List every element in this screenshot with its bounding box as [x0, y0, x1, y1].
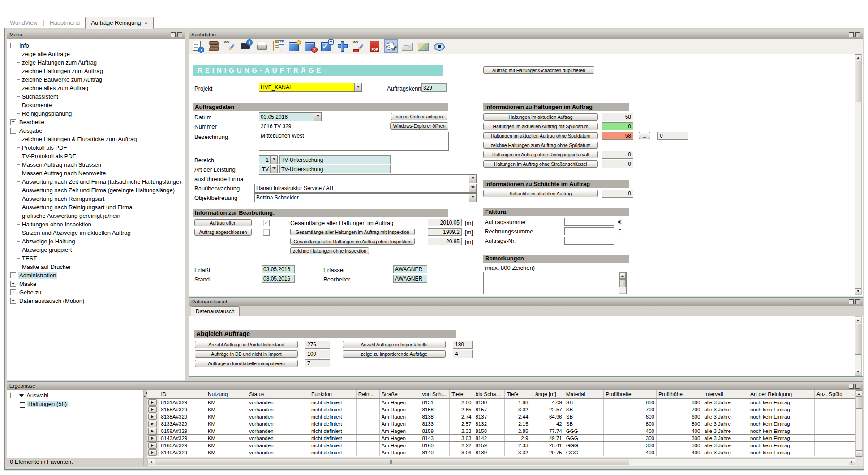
- tab-datenaustausch[interactable]: Datenaustausch: [191, 306, 240, 316]
- aufträge-in-db-und-nicht-in-import-button[interactable]: Aufträge in DB und nicht in Import: [195, 350, 298, 358]
- info-document-icon[interactable]: i: [191, 40, 204, 52]
- ohne-inspektion-button[interactable]: Gesamtlänge aller Haltungen im Auftrag o…: [290, 238, 415, 245]
- auftrag-offen-button[interactable]: Auftrag offen: [194, 219, 252, 226]
- chevron-down-icon[interactable]: [314, 113, 321, 121]
- menu-item-ausgabe[interactable]: −Ausgabe: [7, 126, 185, 135]
- table-row[interactable]: 8140A#329KMvorhandennicht definiertAm Ha…: [147, 449, 855, 456]
- column-header-funktion[interactable]: Funktion: [309, 390, 356, 399]
- menu-item-zeige-alle-aufträge[interactable]: zeige alle Aufträge: [7, 50, 185, 58]
- row-expand-button[interactable]: [148, 406, 157, 413]
- panel-pin-icon[interactable]: [855, 32, 860, 37]
- sachdaten-scrollbar[interactable]: [855, 54, 862, 295]
- firma-select[interactable]: [259, 174, 477, 183]
- more-options-button[interactable]: ...: [639, 132, 650, 139]
- open-explorer-button[interactable]: Windows-Explorer öffnen: [390, 122, 448, 130]
- haltungen-im-aktuellen-auftrag-ohne-spüldatum-button[interactable]: Haltungen im aktuellen Auftrag ohne Spül…: [483, 132, 598, 139]
- chevron-down-icon[interactable]: [469, 175, 476, 183]
- duplicate-order-button[interactable]: Auftrag mit Haltungen/Schächten duplizie…: [483, 66, 594, 74]
- results-hscrollbar[interactable]: [147, 458, 855, 466]
- scroll-right-icon[interactable]: [849, 459, 855, 465]
- menu-item-auswertung-nach-zeit-und-firma-gereingte-haltungslänge[interactable]: Auswertung nach Zeit und Firma (gereingt…: [7, 186, 185, 194]
- projekt-select[interactable]: HVE_KANAL: [259, 83, 362, 92]
- tree-expander-icon[interactable]: +: [10, 289, 16, 295]
- bemerkungen-textarea[interactable]: [483, 272, 627, 294]
- rechnungssumme-input[interactable]: [564, 227, 614, 235]
- menu-item-datenaustausch-motion[interactable]: +Datenaustausch (Motion): [7, 297, 185, 305]
- column-header-bis-scha[interactable]: bis Scha...: [473, 390, 505, 399]
- column-header-id[interactable]: ID: [159, 390, 206, 399]
- scrollbar-thumb[interactable]: [856, 397, 862, 409]
- auftrag-abgeschlossen-button[interactable]: Auftrag abgeschlossen: [194, 229, 252, 236]
- menu-item-protokoll-als-pdf[interactable]: Protokoll als PDF: [7, 143, 185, 152]
- menu-item-abzweige-gruppiert[interactable]: Abzweige gruppiert: [7, 246, 185, 254]
- anzahl-aufträge-in-importtabelle-button[interactable]: Anzahl Aufträge in Importtabelle: [343, 341, 446, 348]
- datenaustausch-panel-titlebar[interactable]: Datenaustausch: [189, 298, 863, 306]
- column-header-profilhöhe[interactable]: Profilhöhe: [657, 390, 702, 399]
- auftrag-abgeschlossen-checkbox[interactable]: [263, 229, 270, 236]
- tree-expander-icon[interactable]: +: [10, 298, 16, 304]
- tab-worldview[interactable]: WorldView: [4, 17, 43, 28]
- row-expand-button[interactable]: [148, 449, 157, 456]
- haltungen-im-aktuellen-auftrag-button[interactable]: Haltungen im aktuellen Auftrag: [483, 113, 598, 121]
- menu-item-auswertung-nach-reinigungsart-und-firma[interactable]: Auswertung nach Reinigungsart und Firma: [7, 203, 185, 212]
- bemerkungen-scrollbar[interactable]: [619, 272, 626, 294]
- window-delete-icon[interactable]: ×: [304, 40, 317, 52]
- column-header-anz-spülg[interactable]: Anz. Spülg: [814, 390, 855, 399]
- column-header-material[interactable]: Material: [564, 390, 603, 399]
- results-vscrollbar[interactable]: [855, 390, 863, 457]
- menu-item-zeichne-haltungen-zum-auftrag[interactable]: zeichne Haltungen zum Auftrag: [7, 67, 185, 75]
- scroll-down-icon[interactable]: [855, 288, 861, 294]
- column-header-art-der-reinigung[interactable]: Art der Reinigung: [748, 390, 814, 399]
- auftragsnr-input[interactable]: [564, 237, 614, 245]
- menu-item-haltungen-ohne-inspektion[interactable]: Haltungen ohne Inspektion: [7, 220, 185, 229]
- new-folder-button[interactable]: neuen Ordner anlegen: [391, 113, 447, 120]
- pdf-export-icon[interactable]: PDF: [369, 40, 381, 52]
- row-expand-button[interactable]: [148, 414, 157, 420]
- menu-item-maske[interactable]: +Maske: [7, 280, 185, 288]
- haltungen-im-aktuellen-auftrag-mit-spüldatum-button[interactable]: Haltungen im aktuellen Auftrag mit Spüld…: [483, 123, 598, 130]
- menu-item-zeige-haltungen-zum-auftrag[interactable]: zeige Haltungen zum Auftrag: [7, 58, 185, 67]
- column-header-tiefe[interactable]: Tiefe: [505, 390, 530, 399]
- zeichne-haltungen-zum-auftrag-ohne-spüdatum-button[interactable]: zeichne Haltungen zum Auftrag ohne Spüda…: [483, 142, 598, 149]
- menu-item-tv-protokoll-als-pdf[interactable]: TV-Protokoll als PDF: [7, 152, 185, 160]
- chevron-down-icon[interactable]: [270, 156, 277, 164]
- wv-edit-remove-icon[interactable]: wv: [352, 40, 365, 52]
- menu-item-zeichne-alles-zum-auftrag[interactable]: zeichne alles zum Auftrag: [7, 84, 185, 92]
- table-row[interactable]: 8131A#329KMvorhandennicht definiertAm Ha…: [147, 399, 855, 406]
- bereich-select[interactable]: 1: [259, 155, 278, 164]
- menu-item-reinigungsplanung[interactable]: Reinigungsplanung: [7, 109, 185, 118]
- datenaustausch-scrollbar[interactable]: [855, 316, 862, 376]
- panel-pin-icon[interactable]: [855, 299, 860, 304]
- menu-item-bearbeite[interactable]: +Bearbeite: [7, 118, 185, 126]
- schaechte-button[interactable]: Schächte im akutellen Auftrag: [483, 190, 598, 197]
- scroll-up-icon[interactable]: [855, 54, 861, 60]
- row-expand-button[interactable]: [148, 442, 157, 449]
- scrollbar-thumb[interactable]: [855, 324, 861, 355]
- column-header-reini[interactable]: Reini...: [356, 390, 379, 399]
- menu-item-test[interactable]: TEST: [7, 254, 185, 263]
- tree-table-splitter[interactable]: [143, 390, 147, 466]
- postcard-icon[interactable]: [401, 40, 413, 52]
- tab-close-icon[interactable]: ×: [145, 19, 148, 26]
- add-icon[interactable]: [336, 40, 349, 52]
- column-header-tiefe[interactable]: Tiefe: [450, 390, 473, 399]
- zeichne-ohne-inspektion-button[interactable]: zeichne Haltungen ohne Inspektion: [290, 247, 369, 254]
- panel-pin-icon[interactable]: [855, 384, 860, 389]
- table-row[interactable]: 8138A#329KMvorhandennicht definiertAm Ha…: [147, 413, 855, 420]
- menu-item-gehe-zu[interactable]: +Gehe zu: [7, 288, 185, 297]
- bauueberwachung-select[interactable]: Hanau Infrastruktur Service / AH: [254, 184, 477, 193]
- datum-select[interactable]: 03.05.2016: [259, 112, 322, 121]
- menu-item-auswertung-nach-zeit-und-firma-tatsächliche-haltungslänge[interactable]: Auswertung nach Zeit und Firma (tatsächl…: [7, 177, 185, 186]
- tree-expander-icon[interactable]: −: [10, 128, 16, 134]
- column-header-länge-m[interactable]: Länge [m]: [530, 390, 564, 399]
- scroll-up-icon[interactable]: [855, 317, 861, 323]
- zeige-zu-importierende-aufträge-button[interactable]: zeige zu importierende Aufträge: [343, 350, 446, 358]
- tree-item-haltungen[interactable]: Haltungen (58): [7, 400, 143, 408]
- menu-item-auswertung-nach-reinigungsart[interactable]: Auswertung nach Reinigungsart: [7, 194, 185, 203]
- panel-pin-icon[interactable]: [177, 32, 182, 37]
- table-row[interactable]: 8143A#329KMvorhandennicht definiertAm Ha…: [147, 435, 855, 442]
- menu-item-info[interactable]: −Info: [7, 41, 185, 50]
- menu-item-suchassistent[interactable]: Suchassistent: [7, 92, 185, 101]
- column-header-von-sch[interactable]: von Sch...: [420, 390, 450, 399]
- sachdaten-panel-titlebar[interactable]: Sachdaten: [189, 30, 863, 39]
